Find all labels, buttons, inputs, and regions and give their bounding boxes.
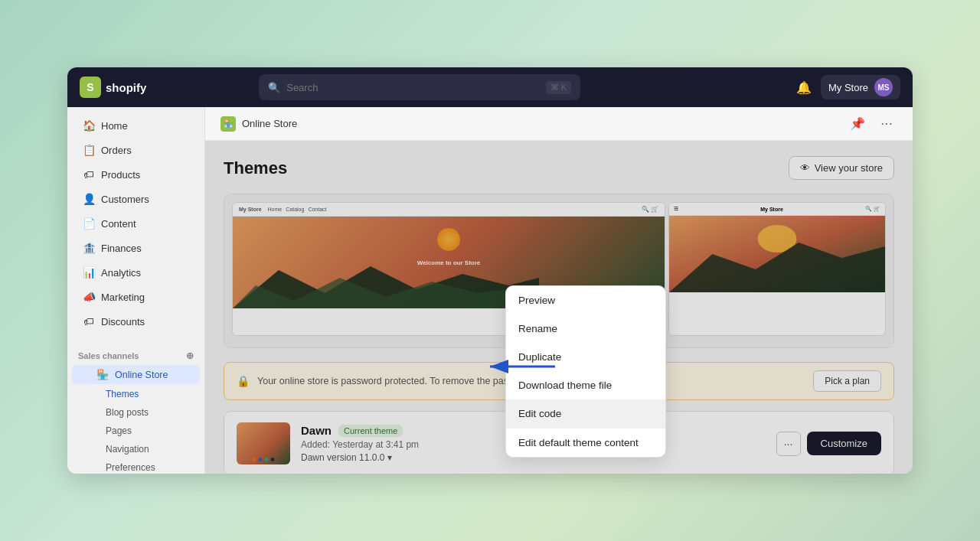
content-icon: 📄 <box>83 217 95 230</box>
orders-icon: 📋 <box>83 144 95 156</box>
sidebar-item-blog-posts[interactable]: Blog posts <box>72 404 200 421</box>
sub-topbar: 🏪 Online Store 📌 ⋯ <box>205 107 913 141</box>
sidebar-item-discounts[interactable]: 🏷 Discounts <box>72 310 200 333</box>
search-icon: 🔍 <box>268 82 280 93</box>
sidebar-item-label: Discounts <box>101 316 145 328</box>
preview-nav-icons: 🔍 🛒 <box>642 206 658 213</box>
search-shortcut: ⌘ K <box>546 81 571 94</box>
view-store-button[interactable]: 👁 View your store <box>789 156 894 180</box>
arrow-svg <box>482 355 559 378</box>
sidebar-item-customers[interactable]: 👤 Customers <box>72 187 200 210</box>
sidebar-item-analytics[interactable]: 📊 Analytics <box>72 261 200 284</box>
more-options-button[interactable]: ··· <box>776 432 801 456</box>
dropdown-item-preview[interactable]: Preview <box>506 286 665 314</box>
mobile-cart-icon: 🔍 🛒 <box>865 206 880 212</box>
sales-channels-section: Sales channels ⊕ <box>67 343 204 364</box>
theme-color-dots <box>253 458 275 461</box>
current-theme-badge: Current theme <box>338 425 403 437</box>
mobile-store-name: My Store <box>760 207 783 212</box>
sidebar-item-content[interactable]: 📄 Content <box>72 212 200 235</box>
search-bar[interactable]: 🔍 ⌘ K <box>259 74 580 100</box>
analytics-icon: 📊 <box>83 266 95 279</box>
logo[interactable]: S shopify <box>80 77 146 98</box>
hero-text: Welcome to our Store <box>417 259 481 266</box>
sidebar-item-themes[interactable]: Themes <box>72 386 200 402</box>
rename-label: Rename <box>518 323 557 334</box>
mobile-menu-icon: ☰ <box>674 206 678 212</box>
sidebar-item-label: Finances <box>101 243 142 254</box>
page-title: Themes <box>224 158 287 178</box>
sidebar-item-marketing[interactable]: 📣 Marketing <box>72 285 200 308</box>
arrow-indicator <box>482 355 559 381</box>
sidebar-item-navigation[interactable]: Navigation <box>72 441 200 458</box>
mobile-hero-bg <box>669 216 885 292</box>
mobile-hero <box>669 216 885 292</box>
discounts-icon: 🏷 <box>83 315 95 328</box>
body: 🏠 Home 📋 Orders 🏷 Products 👤 Customers 📄… <box>67 107 913 474</box>
customers-icon: 👤 <box>83 193 95 205</box>
themes-label: Themes <box>106 389 139 399</box>
customize-button[interactable]: Customize <box>807 432 881 455</box>
main-window: S shopify 🔍 ⌘ K 🔔 My Store MS 🏠 Home 📋 <box>67 67 913 474</box>
sidebar-item-label: Home <box>101 120 128 132</box>
desktop-nav: My Store Home Catalog Contact 🔍 🛒 <box>233 203 665 217</box>
dawn-thumbnail <box>237 422 290 464</box>
store-icon-small: 🏪 <box>220 116 236 132</box>
dawn-actions: ··· Customize <box>776 432 881 456</box>
preferences-label: Preferences <box>106 462 155 473</box>
sidebar-item-label: Orders <box>101 145 132 156</box>
sidebar-item-orders[interactable]: 📋 Orders <box>72 139 200 161</box>
page-header: Themes 👁 View your store <box>224 156 894 180</box>
sidebar-item-label: Analytics <box>101 267 141 279</box>
pick-plan-button[interactable]: Pick a plan <box>813 370 881 392</box>
lock-icon: 🔒 <box>237 375 250 387</box>
bell-icon[interactable]: 🔔 <box>796 80 812 95</box>
sidebar-item-finances[interactable]: 🏦 Finances <box>72 236 200 259</box>
dropdown-item-rename[interactable]: Rename <box>506 314 665 343</box>
dot-orange <box>253 458 256 461</box>
logo-text: shopify <box>106 81 146 94</box>
online-store-label: Online Store <box>115 370 168 380</box>
blog-posts-label: Blog posts <box>106 407 149 418</box>
download-label: Download theme file <box>518 380 612 391</box>
sidebar-item-home[interactable]: 🏠 Home <box>72 114 200 137</box>
dropdown-item-edit-code[interactable]: Edit code <box>506 399 665 428</box>
sidebar-item-preferences[interactable]: Preferences <box>72 459 200 474</box>
store-name: My Store <box>828 82 868 93</box>
sidebar-item-pages[interactable]: Pages <box>72 422 200 439</box>
pin-icon-button[interactable]: 📌 <box>847 113 868 135</box>
dropdown-item-edit-default[interactable]: Edit default theme content <box>506 429 665 457</box>
eye-icon: 👁 <box>800 162 810 174</box>
preview-logo: My Store <box>239 207 262 212</box>
more-options-button[interactable]: ⋯ <box>876 113 897 135</box>
search-input[interactable] <box>286 82 540 93</box>
avatar: MS <box>874 78 893 96</box>
sidebar-item-label: Products <box>101 169 140 181</box>
sales-channels-label: Sales channels <box>78 351 139 360</box>
finances-icon: 🏦 <box>83 242 95 254</box>
dot-teal <box>265 458 269 461</box>
topbar-right: 🔔 My Store MS <box>796 75 900 99</box>
hero-sun <box>437 228 460 251</box>
marketing-icon: 📣 <box>83 291 95 303</box>
sidebar-item-products[interactable]: 🏷 Products <box>72 163 200 186</box>
edit-default-label: Edit default theme content <box>518 437 639 448</box>
sub-topbar-right: 📌 ⋯ <box>847 113 897 135</box>
sidebar: 🏠 Home 📋 Orders 🏷 Products 👤 Customers 📄… <box>67 107 205 474</box>
dot-dark <box>271 458 275 461</box>
sidebar-item-label: Content <box>101 218 136 230</box>
dawn-name: Dawn <box>301 424 332 437</box>
pages-label: Pages <box>106 425 132 436</box>
home-icon: 🏠 <box>83 119 95 132</box>
expand-icon[interactable]: ⊕ <box>186 350 194 361</box>
breadcrumb: Online Store <box>242 118 297 129</box>
chevron-down-icon: ▾ <box>387 452 392 463</box>
preview-nav-links: Home Catalog Contact <box>268 207 327 212</box>
online-store-icon: 🏪 <box>96 369 109 380</box>
navigation-label: Navigation <box>106 444 149 455</box>
store-button[interactable]: My Store MS <box>821 75 900 99</box>
sidebar-item-online-store[interactable]: 🏪 Online Store <box>72 365 200 384</box>
products-icon: 🏷 <box>83 168 95 181</box>
preview-label: Preview <box>518 295 555 306</box>
topbar: S shopify 🔍 ⌘ K 🔔 My Store MS <box>67 67 913 107</box>
